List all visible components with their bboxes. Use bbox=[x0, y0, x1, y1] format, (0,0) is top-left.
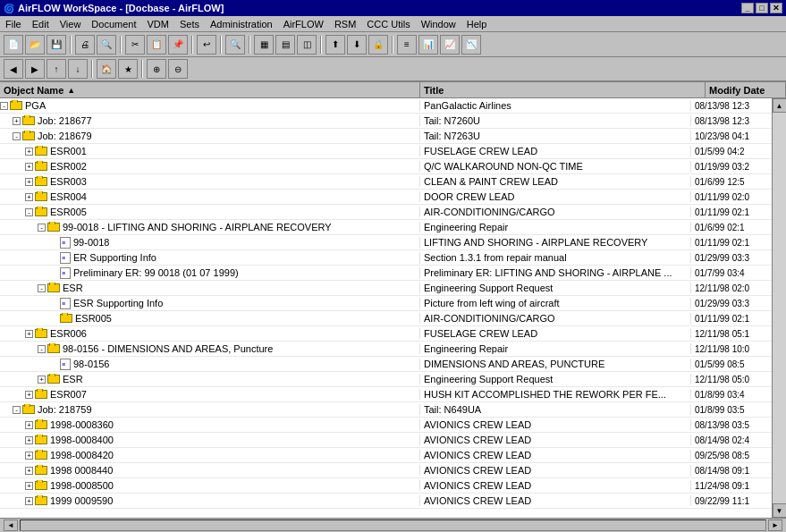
tree-body[interactable]: -PGAPanGalactic Airlines08/13/98 12:3+Jo… bbox=[0, 98, 772, 518]
tb11[interactable]: 🔒 bbox=[368, 35, 388, 55]
tree-row[interactable]: +1999 0009590AVIONICS CREW LEAD09/22/99 … bbox=[0, 494, 772, 509]
tree-row[interactable]: ESR005AIR-CONDITIONING/CARGO01/11/99 02:… bbox=[0, 311, 772, 326]
menu-view[interactable]: View bbox=[55, 16, 87, 31]
tb15[interactable]: 📉 bbox=[461, 35, 481, 55]
tree-row[interactable]: -Job: 218679Tail: N7263U10/23/98 04:1 bbox=[0, 129, 772, 144]
undo-button[interactable]: ↩ bbox=[197, 35, 216, 55]
tb6[interactable]: ▦ bbox=[254, 35, 274, 55]
tb13[interactable]: 📊 bbox=[418, 35, 438, 55]
maximize-button[interactable]: □ bbox=[756, 3, 768, 13]
expand-button[interactable]: - bbox=[13, 406, 21, 414]
preview-button[interactable]: 🔍 bbox=[97, 35, 116, 55]
expand-button[interactable]: + bbox=[25, 482, 33, 490]
h-scroll-left[interactable]: ◄ bbox=[4, 519, 18, 531]
expand-button[interactable]: - bbox=[38, 224, 46, 232]
close-button[interactable]: ✕ bbox=[770, 3, 782, 13]
expand-button[interactable]: + bbox=[25, 452, 33, 460]
scroll-up-button[interactable]: ▲ bbox=[773, 98, 787, 113]
tree-row[interactable]: +1998-0008420AVIONICS CREW LEAD09/25/98 … bbox=[0, 448, 772, 463]
menu-window[interactable]: Window bbox=[416, 16, 461, 31]
tb-d[interactable]: ↓ bbox=[68, 59, 88, 79]
tree-row[interactable]: +ESR001FUSELAGE CREW LEAD01/5/99 04:2 bbox=[0, 144, 772, 159]
tree-row[interactable]: 98-0156DIMENSIONS AND AREAS, PUNCTURE01/… bbox=[0, 357, 772, 372]
menu-help[interactable]: Help bbox=[461, 16, 493, 31]
tb-h[interactable]: ⊖ bbox=[168, 59, 188, 79]
tb-e[interactable]: 🏠 bbox=[97, 59, 116, 79]
copy-button[interactable]: 📋 bbox=[147, 35, 166, 55]
menu-airflow[interactable]: AirFLOW bbox=[278, 16, 329, 31]
expand-button[interactable]: - bbox=[0, 102, 8, 110]
tb14[interactable]: 📈 bbox=[440, 35, 460, 55]
expand-button[interactable]: - bbox=[13, 132, 21, 140]
cut-button[interactable]: ✂ bbox=[125, 35, 145, 55]
tb-f[interactable]: ★ bbox=[118, 59, 138, 79]
open-button[interactable]: 📂 bbox=[25, 35, 45, 55]
menu-edit[interactable]: Edit bbox=[27, 16, 55, 31]
search-button[interactable]: 🔍 bbox=[225, 35, 245, 55]
print-button[interactable]: 🖨 bbox=[75, 35, 95, 55]
expand-button[interactable]: + bbox=[25, 330, 33, 338]
col-header-name[interactable]: Object Name ▲ bbox=[0, 82, 420, 97]
scroll-down-button[interactable]: ▼ bbox=[773, 503, 787, 518]
col-header-date[interactable]: Modify Date bbox=[706, 82, 786, 97]
tree-row[interactable]: +ESR002Q/C WALKAROUND NON-QC TIME01/19/9… bbox=[0, 159, 772, 174]
tb-a[interactable]: ◀ bbox=[4, 59, 23, 79]
tb9[interactable]: ⬆ bbox=[325, 35, 345, 55]
tree-row[interactable]: +ESREngineering Support Request12/11/98 … bbox=[0, 372, 772, 387]
menu-document[interactable]: Document bbox=[86, 16, 141, 31]
col-header-title[interactable]: Title bbox=[420, 82, 706, 97]
tree-row[interactable]: +ESR004DOOR CREW LEAD01/11/99 02:0 bbox=[0, 190, 772, 205]
expand-button[interactable]: + bbox=[25, 421, 33, 429]
expand-button[interactable]: + bbox=[25, 178, 33, 186]
expand-button[interactable]: + bbox=[25, 391, 33, 399]
tree-row[interactable]: -99-0018 - LIFTING AND SHORING - AIRPLAN… bbox=[0, 220, 772, 235]
expand-button[interactable]: - bbox=[38, 284, 46, 292]
tree-row[interactable]: Preliminary ER: 99 0018 (01 07 1999)Prel… bbox=[0, 266, 772, 281]
tree-row[interactable]: +1998-0008360AVIONICS CREW LEAD08/13/98 … bbox=[0, 418, 772, 433]
minimize-button[interactable]: _ bbox=[741, 3, 754, 13]
expand-button[interactable]: + bbox=[25, 148, 33, 156]
tree-row[interactable]: +1998 0008440AVIONICS CREW LEAD08/14/98 … bbox=[0, 463, 772, 478]
tree-row[interactable]: +ESR006FUSELAGE CREW LEAD12/11/98 05:1 bbox=[0, 326, 772, 342]
scroll-track[interactable] bbox=[773, 113, 786, 503]
tree-row[interactable]: ESR Supporting InfoPicture from left win… bbox=[0, 296, 772, 311]
save-button[interactable]: 💾 bbox=[46, 35, 66, 55]
tree-row[interactable]: +1998-0008400AVIONICS CREW LEAD08/14/98 … bbox=[0, 433, 772, 448]
menu-file[interactable]: File bbox=[0, 16, 27, 31]
tb8[interactable]: ◫ bbox=[297, 35, 317, 55]
paste-button[interactable]: 📌 bbox=[168, 35, 188, 55]
expand-button[interactable]: + bbox=[25, 193, 33, 201]
expand-button[interactable]: + bbox=[25, 436, 33, 444]
tree-row[interactable]: +ESR003CLEAN & PAINT CREW LEAD01/6/99 12… bbox=[0, 174, 772, 190]
menu-vdm[interactable]: VDM bbox=[142, 16, 174, 31]
expand-button[interactable]: - bbox=[38, 345, 46, 353]
tree-row[interactable]: -Job: 218759Tail: N649UA01/8/99 03:5 bbox=[0, 402, 772, 418]
tb-g[interactable]: ⊕ bbox=[147, 59, 166, 79]
expand-button[interactable]: - bbox=[25, 208, 33, 216]
tree-row[interactable]: +1998-0008500AVIONICS CREW LEAD11/24/98 … bbox=[0, 478, 772, 494]
vertical-scrollbar[interactable]: ▲ ▼ bbox=[772, 98, 786, 518]
menu-rsm[interactable]: RSM bbox=[329, 16, 361, 31]
tree-row[interactable]: +Job: 218677Tail: N7260U08/13/98 12:3 bbox=[0, 114, 772, 129]
h-scroll-right[interactable]: ► bbox=[768, 519, 782, 531]
expand-button[interactable]: + bbox=[25, 497, 33, 505]
tree-row[interactable]: ER Supporting InfoSection 1.3.1 from rep… bbox=[0, 250, 772, 266]
expand-button[interactable]: + bbox=[38, 376, 46, 384]
tb7[interactable]: ▤ bbox=[275, 35, 295, 55]
tree-row[interactable]: -ESREngineering Support Request12/11/98 … bbox=[0, 281, 772, 296]
h-scroll-track[interactable] bbox=[20, 519, 766, 531]
tb10[interactable]: ⬇ bbox=[347, 35, 367, 55]
tree-row[interactable]: -98-0156 - DIMENSIONS AND AREAS, Punctur… bbox=[0, 342, 772, 357]
tree-row[interactable]: 99-0018LIFTING AND SHORING - AIRPLANE RE… bbox=[0, 235, 772, 250]
menu-ccc-utils[interactable]: CCC Utils bbox=[361, 16, 415, 31]
new-button[interactable]: 📄 bbox=[4, 35, 23, 55]
tb-c[interactable]: ↑ bbox=[46, 59, 66, 79]
menu-administration[interactable]: Administration bbox=[205, 16, 278, 31]
tb12[interactable]: ≡ bbox=[397, 35, 417, 55]
menu-sets[interactable]: Sets bbox=[174, 16, 205, 31]
tree-row[interactable]: +ESR007HUSH KIT ACCOMPLISHED THE REWORK … bbox=[0, 387, 772, 402]
tree-row[interactable]: -PGAPanGalactic Airlines08/13/98 12:3 bbox=[0, 98, 772, 114]
tree-row[interactable]: -ESR005AIR-CONDITIONING/CARGO01/11/99 02… bbox=[0, 205, 772, 220]
tb-b[interactable]: ▶ bbox=[25, 59, 45, 79]
expand-button[interactable]: + bbox=[25, 467, 33, 475]
